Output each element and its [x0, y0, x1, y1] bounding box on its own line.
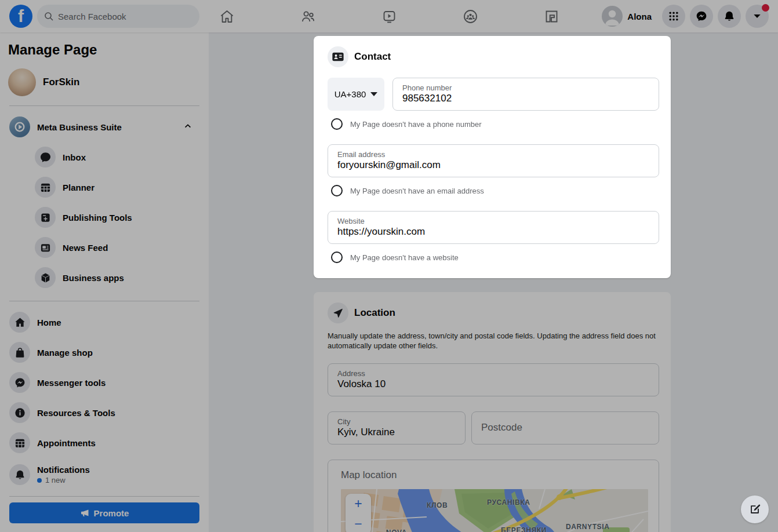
sidebar-item-resources-tools[interactable]: Resources & Tools	[7, 398, 202, 428]
groups-icon	[463, 9, 478, 24]
sidebar-item-planner[interactable]: Planner	[7, 172, 202, 202]
calendar-icon	[9, 432, 30, 453]
website-input[interactable]	[337, 226, 649, 238]
no-website-radio-row[interactable]: My Page doesn't have a website	[331, 252, 659, 263]
sidebar-item-messenger-tools[interactable]: Messenger tools	[7, 367, 202, 398]
map-label-darnytsia: DARNYTSIA	[566, 523, 609, 531]
location-title: Location	[354, 307, 395, 319]
location-description: Manually update the address, town/city a…	[328, 331, 658, 351]
groups-tab[interactable]	[456, 2, 484, 30]
radio-unchecked-icon[interactable]	[331, 252, 343, 263]
promote-label: Promote	[94, 508, 129, 518]
bell-icon	[9, 464, 30, 485]
edit-fab-button[interactable]	[741, 495, 769, 523]
phone-input[interactable]	[402, 93, 649, 104]
top-navigation-bar: f	[0, 0, 778, 32]
location-section: Location Manually update the address, to…	[314, 292, 671, 532]
sidebar-item-appointments[interactable]: Appointments	[7, 428, 202, 458]
notifications-button[interactable]	[718, 5, 741, 28]
planner-icon	[35, 177, 56, 198]
map[interactable]: КЛОВ РУСАНІВКА БЕРЕЗНЯКИ DARNYTSIA NOVA …	[341, 489, 648, 532]
sidebar-item-label: Notifications	[37, 465, 90, 475]
sidebar-item-label: Appointments	[37, 438, 96, 448]
watch-tab[interactable]	[375, 2, 403, 30]
facebook-logo[interactable]: f	[9, 5, 32, 28]
map-label-rusanivka: РУСАНІВКА	[487, 498, 530, 507]
home-tab[interactable]	[213, 2, 241, 30]
no-email-radio-row[interactable]: My Page doesn't have an email address	[331, 185, 659, 196]
contact-card-icon	[328, 46, 348, 67]
sidebar-item-label: News Feed	[63, 243, 108, 253]
meta-business-suite-icon	[9, 116, 30, 137]
phone-label: Phone number	[402, 83, 649, 92]
search-bar[interactable]	[37, 5, 199, 28]
postcode-input[interactable]	[481, 422, 649, 433]
watch-icon	[381, 9, 397, 24]
postcode-field	[471, 411, 659, 444]
sidebar-item-news-feed[interactable]: News Feed	[7, 232, 202, 263]
divider	[9, 105, 199, 106]
contact-title: Contact	[354, 51, 391, 63]
email-field: Email address	[328, 144, 659, 177]
profile-name: Alona	[627, 12, 652, 21]
friends-tab[interactable]	[294, 2, 322, 30]
map-zoom-control: + −	[346, 494, 371, 532]
account-menu-button[interactable]	[746, 5, 769, 28]
sidebar-item-publishing-tools[interactable]: Publishing Tools	[7, 202, 202, 232]
inbox-icon	[35, 147, 56, 167]
sidebar-item-business-apps[interactable]: Business apps	[7, 263, 202, 293]
messenger-button[interactable]	[690, 5, 713, 28]
address-input[interactable]	[337, 378, 649, 390]
search-input[interactable]	[58, 12, 192, 21]
map-label-berezniaky: БЕРЕЗНЯКИ	[501, 526, 547, 532]
friends-icon	[300, 9, 316, 24]
main-content: Contact UA+380 Phone number My Page does…	[209, 32, 778, 532]
no-phone-label: My Page doesn't have a phone number	[350, 120, 482, 129]
city-input[interactable]	[337, 427, 456, 438]
address-field: Address	[328, 363, 659, 396]
sidebar-item-label: Inbox	[63, 152, 86, 162]
page-title: Manage Page	[8, 42, 202, 58]
map-location-label: Map location	[341, 469, 646, 481]
notifications-badge: 1 new	[45, 476, 66, 484]
sidebar-item-label: Messenger tools	[37, 378, 106, 388]
page-avatar	[8, 68, 36, 96]
sidebar-item-meta-business-suite[interactable]: Meta Business Suite	[7, 112, 202, 142]
radio-unchecked-icon[interactable]	[331, 118, 343, 130]
map-label-klov: КЛОВ	[427, 501, 448, 509]
sidebar-item-label: Meta Business Suite	[37, 122, 122, 132]
sidebar-item-notifications[interactable]: Notifications 1 new	[7, 458, 202, 491]
shop-bag-icon	[9, 342, 30, 363]
home-icon	[9, 312, 30, 333]
map-location-box: Map location	[328, 460, 659, 532]
sidebar-item-home[interactable]: Home	[7, 307, 202, 337]
apps-menu-button[interactable]	[662, 5, 685, 28]
divider	[9, 301, 199, 301]
sidebar-item-label: Manage shop	[37, 348, 93, 358]
zoom-out-button[interactable]: −	[346, 518, 371, 531]
unread-dot	[37, 478, 42, 483]
sidebar-item-manage-shop[interactable]: Manage shop	[7, 337, 202, 367]
map-label-nova-zabudova: NOVA ZABUDOVA	[376, 529, 417, 532]
profile-chip[interactable]: Alona	[599, 3, 657, 29]
country-code-select[interactable]: UA+380	[328, 78, 384, 111]
country-code-value: UA+380	[335, 89, 366, 99]
promote-button[interactable]: Promote	[9, 502, 199, 523]
city-field: City	[328, 411, 466, 444]
radio-unchecked-icon[interactable]	[331, 185, 343, 196]
zoom-in-button[interactable]: +	[346, 497, 371, 511]
sidebar-item-inbox[interactable]: Inbox	[7, 142, 202, 172]
phone-field: Phone number	[392, 78, 659, 111]
apps-grid-icon	[668, 10, 679, 22]
edit-icon	[748, 503, 761, 516]
home-icon	[219, 9, 235, 24]
no-phone-radio-row[interactable]: My Page doesn't have a phone number	[331, 118, 659, 130]
sidebar-item-label: Home	[37, 318, 61, 327]
email-input[interactable]	[337, 159, 649, 171]
chevron-up-icon	[183, 121, 192, 133]
sidebar-item-label: Resources & Tools	[37, 408, 115, 418]
sidebar-page-forskin[interactable]: ForSkin	[8, 68, 202, 96]
location-arrow-icon	[328, 303, 348, 323]
chevron-down-icon	[751, 10, 763, 22]
gaming-tab[interactable]	[537, 2, 565, 30]
